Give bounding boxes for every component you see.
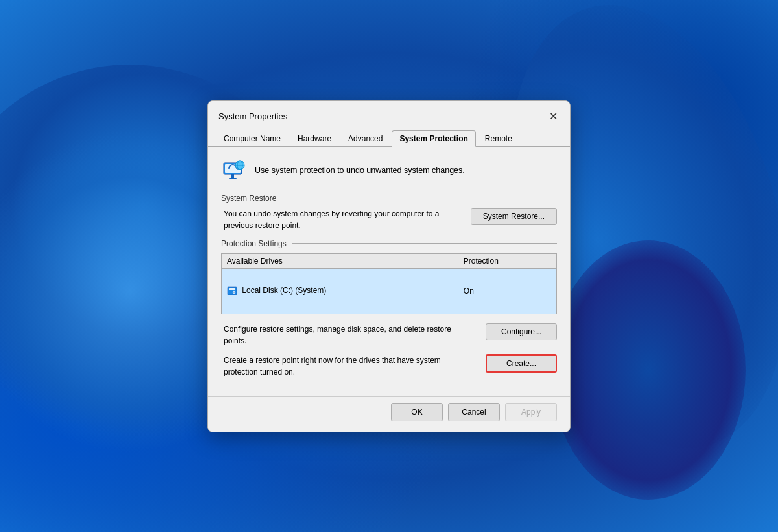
configure-content: Configure restore settings, manage disk …: [221, 323, 557, 347]
apply-button[interactable]: Apply: [505, 403, 557, 421]
configure-button[interactable]: Configure...: [486, 323, 557, 340]
svg-point-11: [233, 292, 235, 293]
system-restore-title: System Restore: [221, 194, 276, 203]
svg-rect-9: [229, 288, 235, 290]
system-restore-divider: [281, 198, 557, 198]
dialog-title: System Properties: [218, 111, 287, 121]
close-button[interactable]: ✕: [544, 108, 562, 126]
header-description: Use system protection to undo unwanted s…: [255, 166, 465, 175]
col-protection: Protection: [458, 253, 557, 268]
system-restore-description: You can undo system changes by reverting…: [224, 208, 460, 231]
drive-name: Local Disk (C:) (System): [222, 268, 458, 314]
system-restore-button[interactable]: System Restore...: [471, 208, 557, 225]
configure-description: Configure restore settings, manage disk …: [224, 323, 475, 347]
drives-table: Available Drives Protection Local Disk (…: [221, 253, 557, 314]
drive-name-text: Local Disk (C:) (System): [242, 286, 326, 295]
protection-settings-divider: [292, 243, 557, 244]
create-description: Create a restore point right now for the…: [224, 354, 475, 378]
tab-remote[interactable]: Remote: [477, 130, 520, 147]
system-protection-icon: [221, 157, 247, 183]
dialog-footer: OK Cancel Apply: [208, 396, 570, 432]
svg-rect-3: [229, 178, 237, 179]
table-header-row: Available Drives Protection: [222, 253, 557, 268]
ok-button[interactable]: OK: [391, 403, 443, 421]
bg-swirl-4: [551, 240, 746, 500]
tab-system-protection[interactable]: System Protection: [392, 130, 475, 147]
protection-settings-title: Protection Settings: [221, 239, 287, 248]
tab-hardware[interactable]: Hardware: [290, 130, 339, 147]
tab-content: Use system protection to undo unwanted s…: [208, 147, 570, 396]
drive-protection-status: On: [458, 268, 557, 314]
tab-computer-name[interactable]: Computer Name: [216, 130, 289, 147]
tab-advanced[interactable]: Advanced: [340, 130, 390, 147]
svg-rect-8: [228, 287, 237, 295]
system-properties-dialog: System Properties ✕ Computer Name Hardwa…: [207, 100, 571, 432]
tabs-container: Computer Name Hardware Advanced System P…: [208, 126, 570, 147]
title-bar: System Properties ✕: [208, 101, 570, 126]
header-row: Use system protection to undo unwanted s…: [221, 157, 557, 183]
table-row[interactable]: Local Disk (C:) (System) On: [222, 268, 557, 314]
svg-rect-2: [231, 174, 234, 178]
cancel-button[interactable]: Cancel: [448, 403, 500, 421]
system-restore-content: You can undo system changes by reverting…: [221, 208, 557, 231]
col-available-drives: Available Drives: [222, 253, 458, 268]
create-content: Create a restore point right now for the…: [221, 354, 557, 378]
create-button[interactable]: Create...: [486, 354, 557, 373]
system-restore-section-header: System Restore: [221, 194, 557, 203]
protection-settings-section-header: Protection Settings: [221, 239, 557, 248]
